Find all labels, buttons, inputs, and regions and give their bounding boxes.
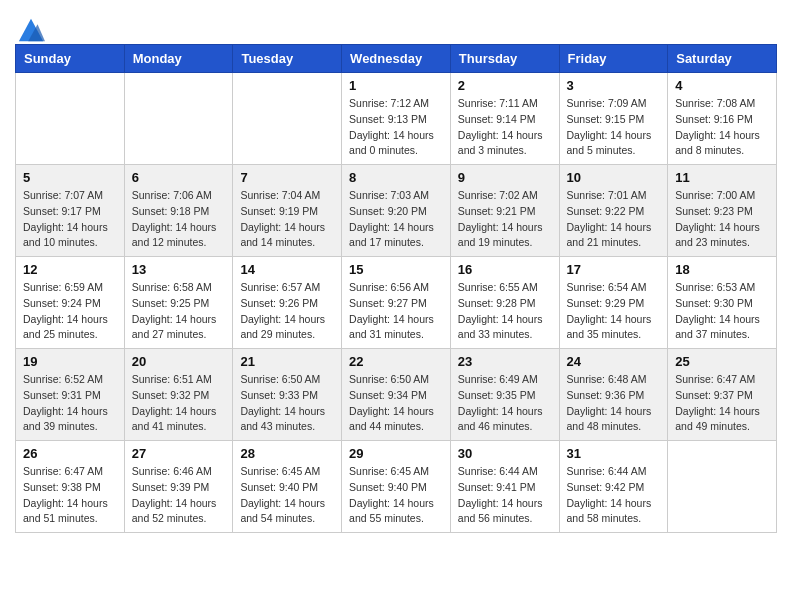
weekday-header-tuesday: Tuesday <box>233 45 342 73</box>
day-info: Sunrise: 7:03 AMSunset: 9:20 PMDaylight:… <box>349 188 443 251</box>
weekday-header-row: SundayMondayTuesdayWednesdayThursdayFrid… <box>16 45 777 73</box>
day-info: Sunrise: 6:50 AMSunset: 9:33 PMDaylight:… <box>240 372 334 435</box>
day-number: 5 <box>23 170 117 185</box>
day-info: Sunrise: 6:46 AMSunset: 9:39 PMDaylight:… <box>132 464 226 527</box>
day-info: Sunrise: 6:51 AMSunset: 9:32 PMDaylight:… <box>132 372 226 435</box>
day-info: Sunrise: 6:47 AMSunset: 9:38 PMDaylight:… <box>23 464 117 527</box>
day-info: Sunrise: 7:00 AMSunset: 9:23 PMDaylight:… <box>675 188 769 251</box>
calendar-week-row: 12Sunrise: 6:59 AMSunset: 9:24 PMDayligh… <box>16 257 777 349</box>
calendar-cell: 15Sunrise: 6:56 AMSunset: 9:27 PMDayligh… <box>342 257 451 349</box>
calendar-cell: 6Sunrise: 7:06 AMSunset: 9:18 PMDaylight… <box>124 165 233 257</box>
calendar-cell: 18Sunrise: 6:53 AMSunset: 9:30 PMDayligh… <box>668 257 777 349</box>
calendar-cell <box>16 73 125 165</box>
day-number: 22 <box>349 354 443 369</box>
day-info: Sunrise: 6:44 AMSunset: 9:42 PMDaylight:… <box>567 464 661 527</box>
calendar-cell <box>668 441 777 533</box>
day-number: 29 <box>349 446 443 461</box>
calendar-cell: 1Sunrise: 7:12 AMSunset: 9:13 PMDaylight… <box>342 73 451 165</box>
day-info: Sunrise: 6:48 AMSunset: 9:36 PMDaylight:… <box>567 372 661 435</box>
calendar-cell: 19Sunrise: 6:52 AMSunset: 9:31 PMDayligh… <box>16 349 125 441</box>
calendar-cell: 31Sunrise: 6:44 AMSunset: 9:42 PMDayligh… <box>559 441 668 533</box>
day-number: 26 <box>23 446 117 461</box>
day-number: 16 <box>458 262 552 277</box>
day-info: Sunrise: 6:45 AMSunset: 9:40 PMDaylight:… <box>240 464 334 527</box>
calendar-table: SundayMondayTuesdayWednesdayThursdayFrid… <box>15 44 777 533</box>
calendar-cell: 28Sunrise: 6:45 AMSunset: 9:40 PMDayligh… <box>233 441 342 533</box>
calendar-cell: 16Sunrise: 6:55 AMSunset: 9:28 PMDayligh… <box>450 257 559 349</box>
calendar-cell: 9Sunrise: 7:02 AMSunset: 9:21 PMDaylight… <box>450 165 559 257</box>
day-number: 14 <box>240 262 334 277</box>
calendar-cell: 8Sunrise: 7:03 AMSunset: 9:20 PMDaylight… <box>342 165 451 257</box>
weekday-header-saturday: Saturday <box>668 45 777 73</box>
calendar-cell <box>124 73 233 165</box>
day-number: 28 <box>240 446 334 461</box>
page: SundayMondayTuesdayWednesdayThursdayFrid… <box>0 0 792 548</box>
day-number: 31 <box>567 446 661 461</box>
logo <box>15 15 45 39</box>
calendar-cell: 29Sunrise: 6:45 AMSunset: 9:40 PMDayligh… <box>342 441 451 533</box>
day-number: 10 <box>567 170 661 185</box>
day-number: 25 <box>675 354 769 369</box>
day-info: Sunrise: 6:59 AMSunset: 9:24 PMDaylight:… <box>23 280 117 343</box>
day-number: 21 <box>240 354 334 369</box>
day-info: Sunrise: 6:45 AMSunset: 9:40 PMDaylight:… <box>349 464 443 527</box>
day-number: 15 <box>349 262 443 277</box>
day-number: 3 <box>567 78 661 93</box>
calendar-week-row: 19Sunrise: 6:52 AMSunset: 9:31 PMDayligh… <box>16 349 777 441</box>
calendar-cell: 17Sunrise: 6:54 AMSunset: 9:29 PMDayligh… <box>559 257 668 349</box>
calendar-week-row: 1Sunrise: 7:12 AMSunset: 9:13 PMDaylight… <box>16 73 777 165</box>
day-number: 13 <box>132 262 226 277</box>
day-number: 27 <box>132 446 226 461</box>
calendar-cell: 27Sunrise: 6:46 AMSunset: 9:39 PMDayligh… <box>124 441 233 533</box>
calendar-cell: 22Sunrise: 6:50 AMSunset: 9:34 PMDayligh… <box>342 349 451 441</box>
day-number: 2 <box>458 78 552 93</box>
calendar-cell: 7Sunrise: 7:04 AMSunset: 9:19 PMDaylight… <box>233 165 342 257</box>
weekday-header-thursday: Thursday <box>450 45 559 73</box>
calendar-cell: 3Sunrise: 7:09 AMSunset: 9:15 PMDaylight… <box>559 73 668 165</box>
weekday-header-wednesday: Wednesday <box>342 45 451 73</box>
calendar-cell: 23Sunrise: 6:49 AMSunset: 9:35 PMDayligh… <box>450 349 559 441</box>
calendar-cell: 26Sunrise: 6:47 AMSunset: 9:38 PMDayligh… <box>16 441 125 533</box>
calendar-cell: 25Sunrise: 6:47 AMSunset: 9:37 PMDayligh… <box>668 349 777 441</box>
day-number: 6 <box>132 170 226 185</box>
day-info: Sunrise: 6:54 AMSunset: 9:29 PMDaylight:… <box>567 280 661 343</box>
weekday-header-monday: Monday <box>124 45 233 73</box>
calendar-week-row: 26Sunrise: 6:47 AMSunset: 9:38 PMDayligh… <box>16 441 777 533</box>
day-number: 24 <box>567 354 661 369</box>
calendar-cell: 21Sunrise: 6:50 AMSunset: 9:33 PMDayligh… <box>233 349 342 441</box>
calendar-cell <box>233 73 342 165</box>
calendar-cell: 14Sunrise: 6:57 AMSunset: 9:26 PMDayligh… <box>233 257 342 349</box>
day-number: 19 <box>23 354 117 369</box>
day-number: 30 <box>458 446 552 461</box>
day-info: Sunrise: 6:55 AMSunset: 9:28 PMDaylight:… <box>458 280 552 343</box>
day-number: 20 <box>132 354 226 369</box>
day-info: Sunrise: 6:53 AMSunset: 9:30 PMDaylight:… <box>675 280 769 343</box>
day-info: Sunrise: 7:04 AMSunset: 9:19 PMDaylight:… <box>240 188 334 251</box>
day-info: Sunrise: 7:12 AMSunset: 9:13 PMDaylight:… <box>349 96 443 159</box>
day-info: Sunrise: 6:50 AMSunset: 9:34 PMDaylight:… <box>349 372 443 435</box>
day-number: 1 <box>349 78 443 93</box>
logo-icon <box>17 15 45 43</box>
day-info: Sunrise: 6:49 AMSunset: 9:35 PMDaylight:… <box>458 372 552 435</box>
day-info: Sunrise: 7:02 AMSunset: 9:21 PMDaylight:… <box>458 188 552 251</box>
calendar-cell: 30Sunrise: 6:44 AMSunset: 9:41 PMDayligh… <box>450 441 559 533</box>
calendar-cell: 24Sunrise: 6:48 AMSunset: 9:36 PMDayligh… <box>559 349 668 441</box>
day-info: Sunrise: 7:06 AMSunset: 9:18 PMDaylight:… <box>132 188 226 251</box>
day-info: Sunrise: 6:57 AMSunset: 9:26 PMDaylight:… <box>240 280 334 343</box>
day-number: 4 <box>675 78 769 93</box>
day-info: Sunrise: 7:11 AMSunset: 9:14 PMDaylight:… <box>458 96 552 159</box>
calendar-cell: 2Sunrise: 7:11 AMSunset: 9:14 PMDaylight… <box>450 73 559 165</box>
calendar-cell: 11Sunrise: 7:00 AMSunset: 9:23 PMDayligh… <box>668 165 777 257</box>
day-number: 23 <box>458 354 552 369</box>
day-number: 7 <box>240 170 334 185</box>
day-number: 8 <box>349 170 443 185</box>
day-info: Sunrise: 7:07 AMSunset: 9:17 PMDaylight:… <box>23 188 117 251</box>
calendar-cell: 10Sunrise: 7:01 AMSunset: 9:22 PMDayligh… <box>559 165 668 257</box>
weekday-header-sunday: Sunday <box>16 45 125 73</box>
calendar-cell: 4Sunrise: 7:08 AMSunset: 9:16 PMDaylight… <box>668 73 777 165</box>
page-header <box>15 10 777 39</box>
day-info: Sunrise: 6:56 AMSunset: 9:27 PMDaylight:… <box>349 280 443 343</box>
day-info: Sunrise: 7:09 AMSunset: 9:15 PMDaylight:… <box>567 96 661 159</box>
calendar-week-row: 5Sunrise: 7:07 AMSunset: 9:17 PMDaylight… <box>16 165 777 257</box>
day-number: 12 <box>23 262 117 277</box>
